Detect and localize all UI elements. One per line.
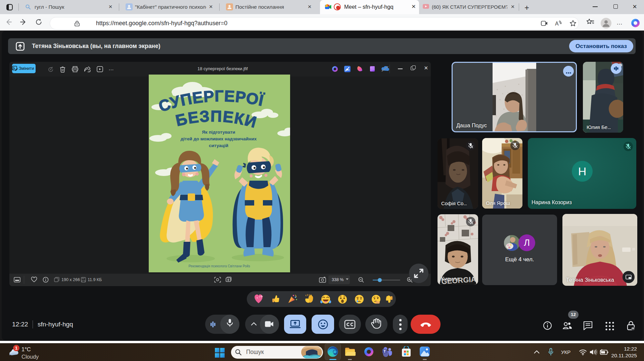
svg-text:БЕЗПЕКИ: БЕЗПЕКИ [174, 107, 259, 131]
svg-text:A: A [555, 21, 559, 27]
svg-text:Рекомендація психолога Світлан: Рекомендація психолога Світлани Ройз [188, 264, 250, 268]
svg-text:дітей до можливих надзвичайних: дітей до можливих надзвичайних [181, 136, 257, 141]
svg-text:ситуацій: ситуацій [209, 143, 228, 148]
svg-text:Як підготувати: Як підготувати [202, 130, 235, 135]
